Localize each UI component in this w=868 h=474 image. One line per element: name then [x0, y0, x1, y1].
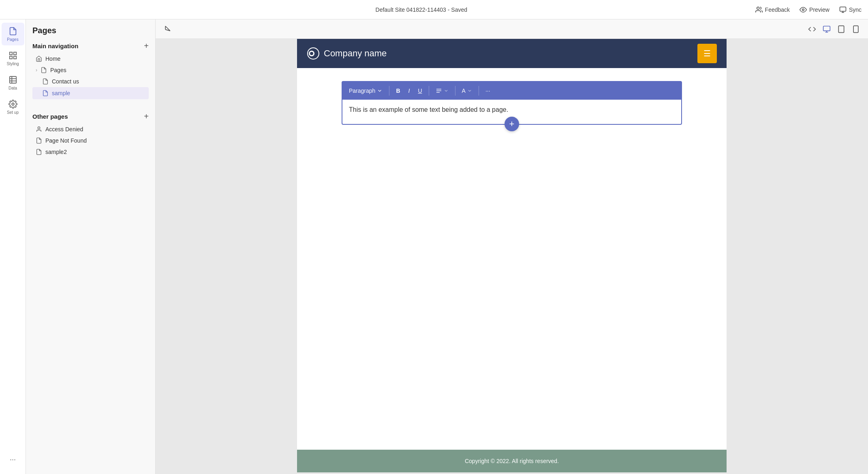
- toolbar-divider-4: [479, 86, 479, 96]
- nav-item-home[interactable]: Home: [32, 53, 149, 64]
- home-icon: [36, 56, 42, 62]
- preview-label: Preview: [809, 6, 830, 13]
- main-nav-header: Main navigation +: [32, 42, 149, 50]
- editor-toolbar: Paragraph B I: [342, 82, 681, 100]
- nav-item-not-found[interactable]: Page Not Found: [32, 135, 149, 146]
- nav-item-sample2-label: sample2: [45, 149, 67, 155]
- nav-item-access-denied[interactable]: Access Denied: [32, 124, 149, 135]
- nav-item-sample[interactable]: sample ···: [32, 87, 149, 99]
- pages-panel-title: Pages: [26, 26, 155, 42]
- setup-icon: [9, 100, 17, 109]
- other-pages-section: Other pages + Access Denied Page Not Fou…: [26, 112, 155, 158]
- toolbar-divider-3: [455, 86, 455, 96]
- styling-sidebar-label: Styling: [6, 62, 19, 66]
- align-chevron-icon: [444, 88, 449, 93]
- nav-item-home-label: Home: [45, 56, 60, 62]
- topbar: Default Site 041822-114403 - Saved Feedb…: [0, 0, 868, 19]
- other-pages-header: Other pages +: [32, 112, 149, 120]
- sidebar-item-setup[interactable]: Set up: [2, 96, 24, 118]
- nav-item-not-found-label: Page Not Found: [45, 137, 87, 144]
- add-block-icon: +: [509, 119, 515, 129]
- site-content: Paragraph B I: [297, 68, 727, 450]
- icon-sidebar: Pages Styling Data S: [0, 19, 26, 474]
- sync-button[interactable]: Sync: [839, 6, 862, 13]
- bold-button[interactable]: B: [393, 86, 403, 96]
- canvas-toolbar: [156, 19, 868, 39]
- styling-icon: [9, 51, 17, 60]
- hamburger-icon: ☰: [703, 49, 711, 58]
- desktop-icon: [823, 25, 831, 33]
- data-sidebar-label: Data: [9, 86, 17, 90]
- svg-rect-5: [9, 52, 12, 54]
- sidebar-more-button[interactable]: ···: [2, 448, 24, 471]
- desktop-view-button[interactable]: [821, 23, 832, 35]
- tablet-icon: [837, 25, 845, 33]
- contact-file-icon: [42, 78, 49, 85]
- feedback-button[interactable]: Feedback: [755, 6, 790, 13]
- topbar-center: Default Site 041822-114403 - Saved: [376, 6, 468, 13]
- canvas-scroll: Company name ☰ Paragraph: [156, 39, 868, 474]
- svg-rect-23: [853, 26, 858, 32]
- pointer-icon: [164, 25, 172, 33]
- font-chevron-icon: [467, 88, 472, 93]
- other-pages-add-button[interactable]: +: [144, 112, 149, 120]
- preview-button[interactable]: Preview: [800, 6, 830, 13]
- underline-icon: U: [418, 88, 422, 94]
- mobile-view-button[interactable]: [850, 23, 862, 35]
- site-preview: Company name ☰ Paragraph: [297, 39, 727, 472]
- tablet-view-button[interactable]: [836, 23, 847, 35]
- sidebar-item-data[interactable]: Data: [2, 71, 24, 94]
- site-logo-icon: [307, 47, 320, 60]
- more-options-button[interactable]: ···: [482, 86, 494, 96]
- underline-button[interactable]: U: [415, 86, 425, 96]
- nav-item-pages-label: Pages: [50, 67, 66, 73]
- sidebar-item-styling[interactable]: Styling: [2, 47, 24, 70]
- svg-rect-6: [13, 52, 16, 54]
- svg-rect-2: [840, 7, 846, 11]
- pages-icon: [9, 27, 17, 36]
- nav-item-sample2[interactable]: sample2: [32, 146, 149, 158]
- code-view-button[interactable]: [806, 23, 818, 35]
- italic-button[interactable]: I: [405, 86, 413, 96]
- svg-point-14: [38, 127, 40, 129]
- nav-item-contact-label: Contact us: [52, 78, 79, 85]
- nav-item-pages[interactable]: › Pages: [32, 64, 149, 76]
- other-pages-title: Other pages: [32, 113, 68, 120]
- site-header: Company name ☰: [297, 39, 727, 68]
- canvas-toolbar-right: [806, 23, 862, 35]
- canvas-area: Company name ☰ Paragraph: [156, 19, 868, 474]
- nav-item-access-denied-label: Access Denied: [45, 126, 83, 132]
- topbar-right: Feedback Preview Sync: [755, 6, 862, 13]
- font-select[interactable]: A: [459, 86, 475, 96]
- main-nav-section: Main navigation + Home › Pages: [26, 42, 155, 99]
- sample-file-icon: [42, 90, 49, 96]
- pages-sidebar-label: Pages: [7, 37, 18, 42]
- svg-point-0: [757, 7, 759, 9]
- sidebar-item-pages[interactable]: Pages: [2, 23, 24, 45]
- not-found-file-icon: [36, 137, 42, 144]
- svg-point-27: [310, 52, 313, 55]
- pointer-tool-button[interactable]: [162, 23, 173, 35]
- sample2-file-icon: [36, 149, 42, 155]
- svg-rect-21: [838, 26, 844, 32]
- svg-point-1: [802, 9, 804, 11]
- hamburger-button[interactable]: ☰: [697, 44, 717, 63]
- svg-rect-18: [823, 26, 830, 31]
- data-icon: [9, 75, 17, 84]
- align-select[interactable]: [432, 86, 452, 96]
- access-denied-icon: [36, 126, 42, 132]
- site-footer: Copyright © 2022. All rights reserved.: [297, 450, 727, 472]
- svg-point-13: [12, 103, 14, 105]
- main-nav-add-button[interactable]: +: [144, 42, 149, 50]
- sync-icon: [839, 6, 847, 13]
- sync-label: Sync: [849, 6, 862, 13]
- site-logo-text: Company name: [324, 48, 387, 59]
- paragraph-select[interactable]: Paragraph: [346, 86, 386, 96]
- pages-chevron-icon: ›: [36, 67, 37, 73]
- nav-item-contact-us[interactable]: Contact us: [32, 76, 149, 87]
- add-block-button[interactable]: +: [505, 117, 519, 131]
- text-editor-block: Paragraph B I: [342, 81, 682, 125]
- font-a-label: A: [462, 88, 466, 94]
- more-options-icon: ···: [485, 88, 490, 94]
- bold-icon: B: [396, 88, 400, 94]
